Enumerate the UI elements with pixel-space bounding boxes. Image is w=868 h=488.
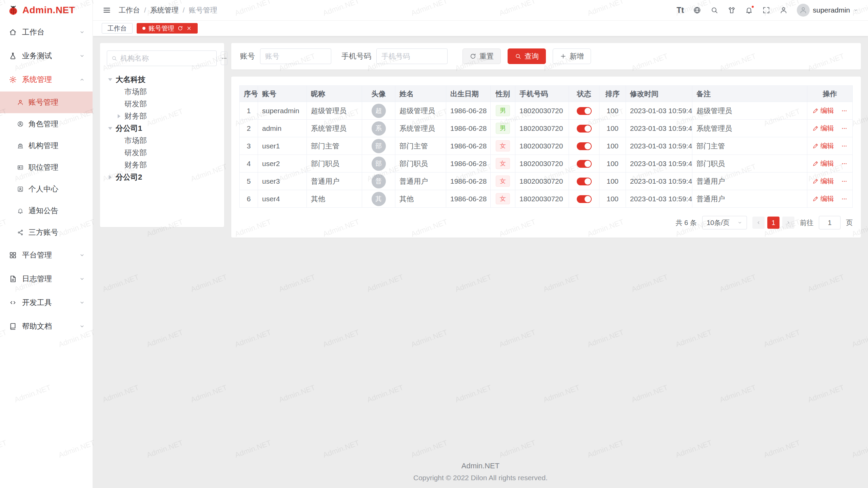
- cell-birthdate: 1986-06-28: [446, 172, 491, 190]
- edit-button-label: 编辑: [821, 124, 834, 133]
- tree-node[interactable]: 研发部: [107, 147, 217, 159]
- org-more-button[interactable]: [221, 52, 228, 65]
- breadcrumb: 工作台 / 系统管理 / 账号管理: [119, 5, 217, 15]
- global-search-button[interactable]: [710, 6, 718, 14]
- sidebar-item-third-party-account[interactable]: 三方账号: [0, 222, 93, 243]
- sidebar-item-platform-management[interactable]: 平台管理: [0, 243, 93, 267]
- tree-node[interactable]: 研发部: [107, 98, 217, 110]
- status-toggle[interactable]: [577, 160, 592, 168]
- caret-right-icon[interactable]: [118, 114, 120, 118]
- more-actions-button[interactable]: [841, 143, 847, 149]
- row-avatar: 其: [372, 192, 386, 206]
- menu-item-label: 日志管理: [22, 274, 52, 284]
- cell-avatar: 普: [362, 172, 395, 190]
- tree-node[interactable]: 分公司1: [107, 122, 217, 135]
- next-page-button[interactable]: [782, 217, 794, 229]
- status-toggle[interactable]: [577, 195, 592, 203]
- more-icon: [841, 143, 847, 149]
- cell-actions: 编辑: [807, 190, 853, 208]
- breadcrumb-item-system[interactable]: 系统管理: [150, 5, 179, 15]
- sidebar-item-help-docs[interactable]: 帮助文档: [0, 314, 93, 338]
- page-number-button[interactable]: 1: [767, 217, 780, 229]
- edit-button[interactable]: 编辑: [812, 141, 834, 150]
- sidebar-item-business-test[interactable]: 业务测试: [0, 44, 93, 68]
- edit-button[interactable]: 编辑: [812, 124, 834, 133]
- sidebar-item-position-management[interactable]: 职位管理: [0, 157, 93, 178]
- tab-account-management[interactable]: 账号管理: [137, 23, 198, 34]
- edit-button[interactable]: 编辑: [812, 106, 834, 115]
- sidebar-item-dev-tools[interactable]: 开发工具: [0, 291, 93, 314]
- search-icon: [710, 6, 718, 14]
- font-size-button[interactable]: Tt: [677, 6, 684, 15]
- gender-badge: 男: [496, 123, 510, 134]
- cell-phone: 18020030720: [515, 190, 569, 208]
- close-icon[interactable]: [186, 25, 192, 31]
- more-actions-button[interactable]: [841, 178, 847, 184]
- tree-node[interactable]: 市场部: [107, 135, 217, 147]
- language-button[interactable]: [693, 6, 701, 14]
- account-filter-input[interactable]: [260, 48, 331, 64]
- fullscreen-button[interactable]: [762, 6, 770, 14]
- edit-button[interactable]: 编辑: [812, 177, 834, 186]
- tree-node[interactable]: 财务部: [107, 159, 217, 171]
- more-actions-button[interactable]: [841, 108, 847, 114]
- tree-node[interactable]: 大名科技: [107, 74, 217, 86]
- add-button[interactable]: 新增: [553, 48, 591, 64]
- status-toggle[interactable]: [577, 178, 592, 185]
- sidebar-item-account-management[interactable]: 账号管理: [0, 92, 93, 113]
- logo[interactable]: Admin.NET: [0, 0, 93, 20]
- prev-page-button[interactable]: [752, 217, 765, 229]
- active-tab-dot: [142, 27, 145, 30]
- org-search-input[interactable]: [120, 54, 212, 62]
- menu-item-label: 系统管理: [22, 75, 52, 85]
- status-toggle[interactable]: [577, 142, 592, 150]
- toggle-knob: [585, 161, 591, 167]
- user-menu[interactable]: superadmin: [797, 4, 859, 17]
- goto-page-input[interactable]: [819, 216, 841, 229]
- more-actions-button[interactable]: [841, 125, 847, 131]
- home-icon: [9, 28, 17, 36]
- status-toggle[interactable]: [577, 107, 592, 115]
- caret-down-icon[interactable]: [108, 127, 112, 130]
- breadcrumb-item-workbench[interactable]: 工作台: [119, 5, 140, 15]
- col-remark: 备注: [692, 86, 807, 102]
- status-toggle[interactable]: [577, 125, 592, 133]
- sidebar-item-log-management[interactable]: 日志管理: [0, 267, 93, 291]
- edit-button[interactable]: 编辑: [812, 159, 834, 168]
- main-area: 工作台 / 系统管理 / 账号管理 Tt: [93, 0, 868, 488]
- sidebar-item-org-management[interactable]: 机构管理: [0, 135, 93, 157]
- tree-node[interactable]: 市场部: [107, 86, 217, 98]
- sidebar-item-workbench[interactable]: 工作台: [0, 20, 93, 44]
- page-size-select[interactable]: 10条/页: [702, 216, 747, 229]
- tree-node-label: 分公司1: [116, 123, 142, 134]
- submenu-item-label: 通知公告: [28, 206, 58, 216]
- tree-node-label: 研发部: [124, 99, 147, 109]
- reset-button[interactable]: 重置: [462, 48, 501, 64]
- refresh-icon[interactable]: [177, 25, 183, 31]
- table-row: 6 user4 其他 其 其他 1986-06-28 女: [240, 190, 853, 208]
- caret-down-icon[interactable]: [108, 78, 112, 81]
- search-button[interactable]: 查询: [508, 48, 546, 64]
- phone-filter-input[interactable]: [376, 48, 448, 64]
- sidebar: Admin.NET 工作台 业务测试 系统管理 账号管理: [0, 0, 93, 488]
- more-actions-button[interactable]: [841, 161, 847, 167]
- tree-node[interactable]: 分公司2: [107, 171, 217, 183]
- sidebar-item-personal-center[interactable]: 个人中心: [0, 178, 93, 200]
- more-actions-button[interactable]: [841, 196, 847, 202]
- profile-shortcut-button[interactable]: [780, 6, 788, 14]
- notifications-button[interactable]: [745, 6, 753, 14]
- sidebar-item-role-management[interactable]: 角色管理: [0, 113, 93, 135]
- row-avatar: 部: [372, 139, 386, 153]
- tree-node[interactable]: 财务部: [107, 110, 217, 122]
- col-avatar: 头像: [362, 86, 395, 102]
- menu-collapse-button[interactable]: [102, 6, 111, 15]
- sidebar-item-notice[interactable]: 通知公告: [0, 200, 93, 222]
- tab-workbench[interactable]: 工作台: [102, 23, 133, 34]
- cell-gender: 女: [491, 190, 515, 208]
- theme-button[interactable]: [728, 6, 736, 14]
- cell-remark: 部门主管: [692, 137, 807, 155]
- footer-title: Admin.NET: [93, 460, 868, 472]
- sidebar-item-system-management[interactable]: 系统管理: [0, 68, 93, 92]
- caret-right-icon[interactable]: [109, 175, 112, 179]
- edit-button[interactable]: 编辑: [812, 194, 834, 203]
